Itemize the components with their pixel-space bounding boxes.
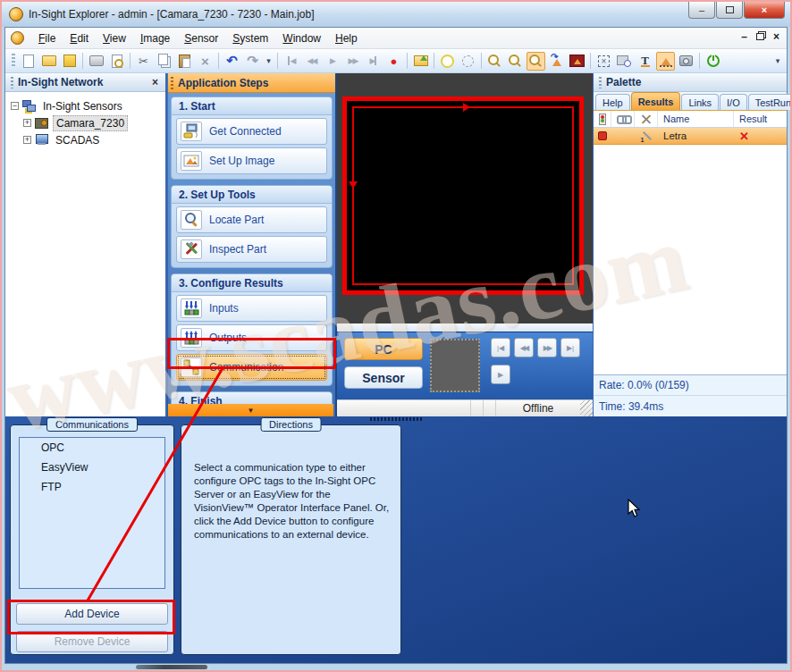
- child-minimize-button[interactable]: –: [741, 31, 747, 42]
- minimize-button[interactable]: –: [688, 2, 715, 19]
- list-item-opc[interactable]: OPC: [20, 438, 164, 458]
- inspect-part-label: Inspect Part: [209, 243, 266, 256]
- set-up-image-button[interactable]: Set Up Image: [176, 147, 327, 174]
- toolbar-separator: [130, 53, 131, 69]
- load-images-icon[interactable]: [411, 52, 430, 71]
- collapse-icon[interactable]: −: [11, 102, 19, 110]
- menu-view[interactable]: View: [96, 29, 133, 47]
- scroll-down-indicator[interactable]: [168, 404, 333, 416]
- power-icon[interactable]: [704, 52, 722, 71]
- network-panel-close-icon[interactable]: ×: [148, 76, 162, 88]
- resize-grip-icon[interactable]: [580, 400, 593, 416]
- paste-icon[interactable]: [175, 52, 194, 71]
- undo-dropdown-icon[interactable]: [264, 52, 274, 71]
- live-region-icon[interactable]: [615, 52, 634, 71]
- tree-item-label[interactable]: SCADAS: [53, 133, 102, 147]
- toolbar-overflow-icon[interactable]: ▾: [772, 56, 783, 65]
- menu-image[interactable]: Image: [133, 29, 177, 47]
- child-close-button[interactable]: ×: [773, 31, 779, 42]
- menu-sensor[interactable]: Sensor: [177, 29, 225, 47]
- column-result[interactable]: Result: [734, 111, 787, 127]
- image-red-icon[interactable]: [568, 52, 586, 71]
- get-connected-button[interactable]: Get Connected: [176, 118, 327, 145]
- previous-image-button[interactable]: ◀◀: [514, 338, 534, 357]
- tree-item-label[interactable]: Camara_7230: [53, 115, 128, 131]
- menu-help[interactable]: Help: [328, 29, 365, 47]
- play-icon[interactable]: [323, 52, 341, 71]
- zoom-fit-icon[interactable]: [527, 52, 545, 71]
- inspect-part-button[interactable]: Inspect Part: [176, 236, 327, 263]
- inputs-button[interactable]: Inputs: [176, 295, 327, 322]
- splitter-grip[interactable]: [370, 417, 424, 421]
- acquired-image[interactable]: [342, 97, 584, 295]
- communication-type-list[interactable]: OPC EasyView FTP: [19, 437, 165, 589]
- add-device-button[interactable]: Add Device: [16, 603, 168, 625]
- record-icon[interactable]: [384, 52, 403, 71]
- save-icon[interactable]: [60, 52, 79, 71]
- expand-icon[interactable]: +: [23, 136, 31, 144]
- tab-help[interactable]: Help: [595, 94, 630, 110]
- delete-icon[interactable]: [196, 52, 215, 71]
- redo-icon[interactable]: [243, 52, 262, 71]
- filmstrip-thumbnail[interactable]: [430, 339, 480, 392]
- tab-links[interactable]: Links: [681, 94, 719, 110]
- zoom-live-icon[interactable]: [547, 52, 566, 71]
- panel-grip[interactable]: [11, 77, 13, 88]
- copy-icon[interactable]: [155, 52, 173, 71]
- tree-item-insight-sensors[interactable]: − In-Sight Sensors: [7, 97, 164, 114]
- communication-button[interactable]: Communication: [176, 354, 327, 381]
- zoom-in-icon[interactable]: [485, 52, 504, 71]
- first-image-icon[interactable]: [282, 52, 300, 71]
- panel-grip[interactable]: [171, 77, 173, 89]
- locate-part-button[interactable]: Locate Part: [176, 206, 327, 233]
- menu-file[interactable]: File: [31, 29, 63, 47]
- first-image-button[interactable]: |◀: [491, 338, 510, 357]
- last-image-button[interactable]: ▶|: [560, 338, 580, 357]
- tree-item-label[interactable]: In-Sight Sensors: [40, 99, 125, 113]
- toolbar-separator: [434, 53, 434, 69]
- roi-rectangle[interactable]: [352, 106, 574, 285]
- menu-system[interactable]: System: [225, 29, 275, 47]
- child-restore-button[interactable]: [756, 33, 764, 40]
- toolbar-separator: [590, 53, 591, 69]
- expand-icon[interactable]: +: [23, 119, 31, 127]
- new-icon[interactable]: [19, 52, 38, 71]
- print-preview-icon[interactable]: [107, 52, 126, 71]
- tab-testrun[interactable]: TestRun™: [748, 94, 792, 110]
- zoom-out-icon[interactable]: [506, 52, 525, 71]
- fit-image-icon[interactable]: [594, 52, 613, 71]
- dashed-circle-icon[interactable]: [459, 52, 477, 71]
- text-tool-icon[interactable]: [636, 52, 654, 71]
- maximize-button[interactable]: [716, 2, 743, 19]
- toolbar-grip[interactable]: [12, 54, 15, 68]
- play-button[interactable]: ▶: [491, 365, 510, 384]
- print-icon[interactable]: [87, 52, 105, 71]
- sensor-view-icon[interactable]: [656, 52, 675, 71]
- panel-grip[interactable]: [599, 77, 602, 88]
- outputs-button[interactable]: Outputs: [176, 324, 327, 351]
- last-image-icon[interactable]: [364, 52, 383, 71]
- cut-icon[interactable]: [134, 52, 153, 71]
- circle-icon[interactable]: [438, 52, 457, 71]
- open-icon[interactable]: [39, 52, 58, 71]
- list-item-easyview[interactable]: EasyView: [20, 458, 164, 477]
- image-viewport[interactable]: [337, 73, 593, 323]
- list-item-ftp[interactable]: FTP: [20, 477, 164, 497]
- next-image-icon[interactable]: [343, 52, 362, 71]
- column-name[interactable]: Name: [658, 111, 734, 127]
- tree-item-scadas[interactable]: + SCADAS: [7, 131, 164, 148]
- tab-io[interactable]: I/O: [720, 94, 747, 110]
- inputs-icon: [181, 298, 202, 318]
- next-image-button[interactable]: ▶▶: [537, 338, 557, 357]
- tab-results[interactable]: Results: [631, 92, 681, 110]
- menu-edit[interactable]: Edit: [63, 29, 96, 47]
- tree-item-camara-7230[interactable]: + Camara_7230: [7, 114, 164, 131]
- close-button[interactable]: ×: [744, 2, 785, 19]
- pc-button[interactable]: PC: [344, 338, 423, 360]
- prev-image-icon[interactable]: [302, 52, 321, 71]
- camera-icon[interactable]: [677, 52, 695, 71]
- menu-window[interactable]: Window: [275, 29, 328, 47]
- result-row-letra[interactable]: Letra ✕: [594, 128, 787, 145]
- sensor-button[interactable]: Sensor: [344, 366, 423, 389]
- undo-icon[interactable]: [223, 52, 241, 71]
